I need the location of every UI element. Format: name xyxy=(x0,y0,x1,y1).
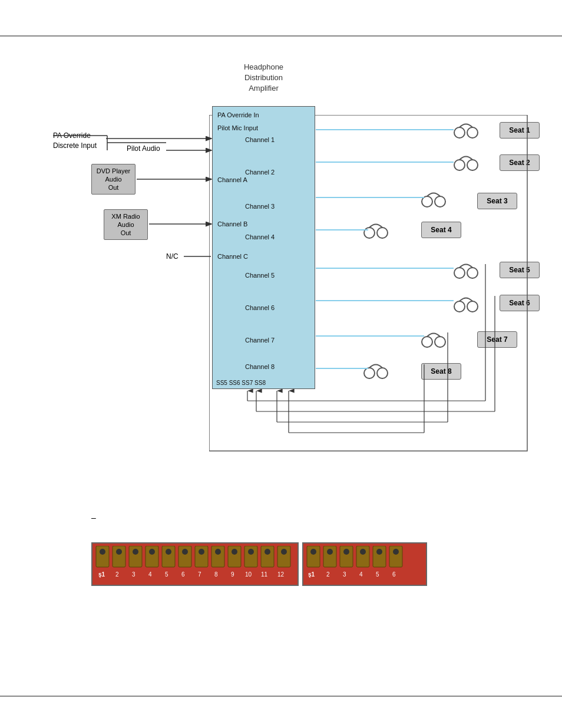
ch8-label: Channel 8 xyxy=(245,363,275,370)
svg-point-60 xyxy=(215,549,221,555)
svg-text:ş1: ş1 xyxy=(308,571,315,578)
svg-point-87 xyxy=(343,549,349,555)
left-connector-strip: ş1 2 3 4 5 6 7 8 9 10 11 12 xyxy=(91,542,299,586)
diagram-area: PA Override In Pilot Mic Input Channel 1… xyxy=(35,47,542,507)
channel-b-label: Channel B xyxy=(217,220,247,228)
svg-point-93 xyxy=(393,549,399,555)
ch5-label: Channel 5 xyxy=(245,272,275,279)
svg-point-89 xyxy=(360,549,366,555)
bottom-connectors-label: SS5 SS6 SS7 SS8 xyxy=(216,380,266,386)
svg-text:6: 6 xyxy=(392,571,396,578)
xm-radio-box: XM RadioAudioOut xyxy=(104,209,148,240)
ch3-label: Channel 3 xyxy=(245,203,275,210)
svg-point-48 xyxy=(116,549,122,555)
svg-point-68 xyxy=(281,549,287,555)
svg-point-56 xyxy=(182,549,188,555)
pin-group: ş1 2 3 4 5 6 7 8 9 10 11 12 xyxy=(95,546,295,581)
svg-text:ş1: ş1 xyxy=(98,571,105,578)
svg-text:4: 4 xyxy=(359,571,363,578)
ch2-label: Channel 2 xyxy=(245,169,275,176)
svg-text:12: 12 xyxy=(277,571,285,578)
pilot-audio-label: Pilot Audio xyxy=(127,144,160,153)
svg-point-66 xyxy=(265,549,270,555)
svg-point-52 xyxy=(149,549,155,555)
nc-label: N/C xyxy=(166,252,178,261)
svg-text:6: 6 xyxy=(181,571,185,578)
amp-title-line2: Distribution xyxy=(244,73,283,82)
amp-title-line1: Headphone xyxy=(244,62,283,71)
pa-override-in-label: PA Override In xyxy=(217,111,259,118)
channel-a-label: Channel A xyxy=(217,176,247,183)
svg-text:8: 8 xyxy=(214,571,218,578)
svg-text:7: 7 xyxy=(198,571,201,578)
dvd-player-box: DVD PlayerAudioOut xyxy=(91,164,135,195)
amp-title-line3: Amplifier xyxy=(249,84,279,93)
left-pins-svg: ş1 2 3 4 5 6 7 8 9 10 11 12 xyxy=(95,546,295,581)
footer-dash: – xyxy=(91,513,96,522)
ch6-label: Channel 6 xyxy=(245,304,275,311)
right-pins-svg: ↓ ş1 2 3 4 5 6 xyxy=(306,546,424,581)
svg-point-85 xyxy=(327,549,333,555)
discrete-input-label: Discrete Input xyxy=(53,141,97,150)
channel-c-label: Channel C xyxy=(217,253,248,260)
svg-point-91 xyxy=(376,549,382,555)
svg-text:2: 2 xyxy=(115,571,119,578)
amp-title: Headphone Distribution Amplifier xyxy=(209,62,318,94)
svg-text:5: 5 xyxy=(376,571,379,578)
svg-point-62 xyxy=(232,549,237,555)
svg-text:9: 9 xyxy=(231,571,234,578)
ch4-label: Channel 4 xyxy=(245,233,275,241)
pa-override-label: PA Override xyxy=(53,131,91,140)
svg-text:10: 10 xyxy=(245,571,252,578)
svg-text:2: 2 xyxy=(326,571,330,578)
svg-text:4: 4 xyxy=(148,571,152,578)
svg-point-83 xyxy=(310,549,316,555)
svg-point-46 xyxy=(100,549,105,555)
bottom-border xyxy=(0,696,562,697)
pilot-mic-input-label: Pilot Mic Input xyxy=(217,124,258,131)
svg-point-64 xyxy=(248,549,254,555)
top-border xyxy=(0,35,562,37)
svg-text:3: 3 xyxy=(343,571,346,578)
ch1-label: Channel 1 xyxy=(245,136,275,143)
svg-text:5: 5 xyxy=(165,571,168,578)
ch7-label: Channel 7 xyxy=(245,337,275,344)
right-connector-strip: ↓ ş1 2 3 4 5 6 xyxy=(302,542,427,586)
amplifier-box: PA Override In Pilot Mic Input Channel 1… xyxy=(212,106,315,389)
svg-text:11: 11 xyxy=(261,571,268,578)
connector-image-area: ş1 2 3 4 5 6 7 8 9 10 11 12 ↓ xyxy=(91,542,427,586)
svg-point-54 xyxy=(166,549,171,555)
svg-text:3: 3 xyxy=(132,571,135,578)
svg-point-58 xyxy=(199,549,204,555)
svg-point-50 xyxy=(133,549,138,555)
